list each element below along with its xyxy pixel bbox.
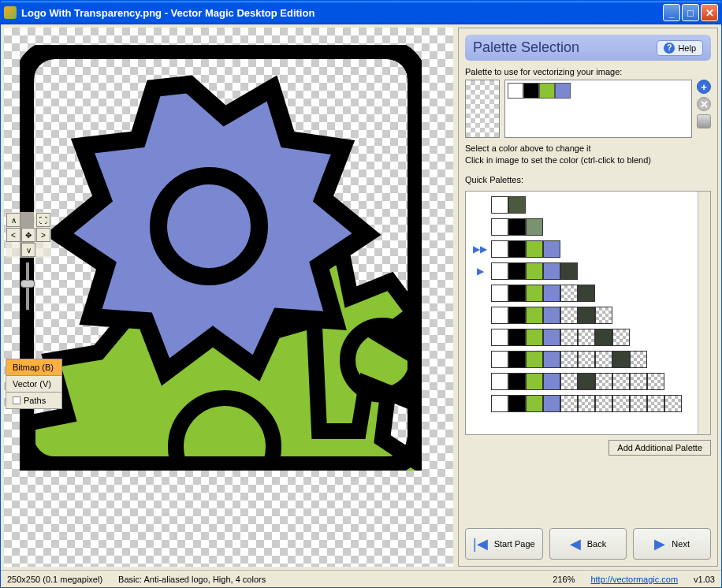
quick-swatch[interactable] bbox=[560, 285, 578, 302]
quick-palette-row[interactable] bbox=[469, 395, 707, 412]
nav-up[interactable]: ∧ bbox=[6, 213, 20, 227]
quick-swatch[interactable] bbox=[578, 395, 595, 412]
quick-palettes-list[interactable]: ▶▶▶ bbox=[465, 191, 711, 435]
nav-left[interactable]: < bbox=[6, 228, 20, 242]
quick-swatch[interactable] bbox=[526, 307, 543, 324]
titlebar[interactable]: Logo With Transparency.png - Vector Magi… bbox=[1, 1, 721, 24]
start-page-button[interactable]: |◀Start Page bbox=[465, 528, 543, 560]
current-palette[interactable] bbox=[504, 80, 692, 138]
remove-color-button[interactable]: ✕ bbox=[697, 97, 711, 111]
effects-button[interactable] bbox=[697, 114, 711, 128]
quick-swatch[interactable] bbox=[526, 329, 543, 346]
maximize-button[interactable]: □ bbox=[682, 4, 699, 21]
tab-bitmap[interactable]: Bitmap (B) bbox=[6, 359, 62, 376]
quick-swatch[interactable] bbox=[508, 395, 526, 412]
palette-swatch[interactable] bbox=[555, 83, 571, 99]
quick-swatch[interactable] bbox=[578, 307, 595, 324]
quick-swatch[interactable] bbox=[491, 285, 508, 302]
quick-swatch[interactable] bbox=[526, 240, 543, 258]
quick-swatch[interactable] bbox=[491, 395, 508, 412]
quick-swatch[interactable] bbox=[543, 373, 560, 390]
zoom-slider-thumb[interactable] bbox=[20, 280, 35, 288]
quick-palette-row[interactable] bbox=[469, 196, 707, 214]
quick-swatch[interactable] bbox=[612, 395, 630, 412]
quick-swatch[interactable] bbox=[543, 240, 560, 258]
quick-palette-row[interactable]: ▶ bbox=[469, 262, 707, 280]
tab-paths[interactable]: Paths bbox=[6, 392, 62, 409]
quick-swatch[interactable] bbox=[526, 351, 543, 368]
quick-swatch[interactable] bbox=[491, 351, 508, 368]
quick-swatch[interactable] bbox=[526, 373, 543, 390]
quick-swatch[interactable] bbox=[664, 395, 682, 412]
quick-swatch[interactable] bbox=[560, 329, 578, 346]
paths-checkbox[interactable] bbox=[13, 396, 20, 404]
quick-swatch[interactable] bbox=[491, 196, 508, 214]
quick-swatch[interactable] bbox=[612, 329, 630, 346]
image-preview[interactable] bbox=[20, 45, 422, 471]
minimize-button[interactable]: _ bbox=[663, 4, 680, 21]
quick-swatch[interactable] bbox=[560, 262, 578, 280]
quick-swatch[interactable] bbox=[630, 351, 647, 368]
quick-swatch[interactable] bbox=[508, 262, 526, 280]
status-url[interactable]: http://vectormagic.com bbox=[590, 575, 678, 584]
quick-swatch[interactable] bbox=[508, 196, 526, 214]
quick-swatch[interactable] bbox=[491, 240, 508, 258]
quick-palette-row[interactable] bbox=[469, 307, 707, 324]
quick-swatch[interactable] bbox=[543, 351, 560, 368]
palette-swatch[interactable] bbox=[539, 83, 555, 99]
quick-swatch[interactable] bbox=[543, 395, 560, 412]
quick-swatch[interactable] bbox=[543, 285, 560, 302]
add-palette-button[interactable]: Add Additional Palette bbox=[608, 440, 711, 456]
quick-swatch[interactable] bbox=[508, 307, 526, 324]
quick-swatch[interactable] bbox=[612, 351, 630, 368]
quick-swatch[interactable] bbox=[595, 373, 612, 390]
transparency-preview[interactable] bbox=[465, 80, 500, 138]
add-color-button[interactable]: + bbox=[697, 80, 711, 94]
quick-swatch[interactable] bbox=[630, 395, 647, 412]
quick-swatch[interactable] bbox=[491, 218, 508, 236]
quick-swatch[interactable] bbox=[508, 351, 526, 368]
quick-swatch[interactable] bbox=[491, 307, 508, 324]
nav-move[interactable]: ✥ bbox=[21, 228, 35, 242]
quick-swatch[interactable] bbox=[543, 307, 560, 324]
quick-palette-row[interactable] bbox=[469, 329, 707, 346]
nav-fit[interactable]: ⛶ bbox=[36, 213, 50, 227]
quick-palette-row[interactable] bbox=[469, 218, 707, 236]
tab-vector[interactable]: Vector (V) bbox=[6, 375, 62, 393]
quick-swatch[interactable] bbox=[560, 307, 578, 324]
quick-palette-row[interactable] bbox=[469, 351, 707, 368]
nav-right[interactable]: > bbox=[36, 228, 50, 242]
quick-swatch[interactable] bbox=[508, 285, 526, 302]
quick-palette-row[interactable]: ▶▶ bbox=[469, 240, 707, 258]
back-button[interactable]: ◀Back bbox=[549, 528, 627, 560]
quick-swatch[interactable] bbox=[578, 351, 595, 368]
help-button[interactable]: ? Help bbox=[657, 40, 703, 56]
quick-palette-row[interactable] bbox=[469, 285, 707, 302]
quick-swatch[interactable] bbox=[526, 262, 543, 280]
quick-swatch[interactable] bbox=[526, 285, 543, 302]
quick-swatch[interactable] bbox=[595, 351, 612, 368]
quick-swatch[interactable] bbox=[630, 373, 647, 390]
quick-swatch[interactable] bbox=[508, 218, 526, 236]
quick-swatch[interactable] bbox=[560, 373, 578, 390]
quick-swatch[interactable] bbox=[508, 329, 526, 346]
quick-swatch[interactable] bbox=[543, 329, 560, 346]
quick-swatch[interactable] bbox=[578, 285, 595, 302]
quick-swatch[interactable] bbox=[595, 395, 612, 412]
close-button[interactable]: ✕ bbox=[701, 4, 718, 21]
quick-swatch[interactable] bbox=[491, 262, 508, 280]
quick-swatch[interactable] bbox=[491, 329, 508, 346]
quick-swatch[interactable] bbox=[508, 240, 526, 258]
quick-palette-row[interactable] bbox=[469, 373, 707, 390]
quick-swatch[interactable] bbox=[526, 395, 543, 412]
quick-swatch[interactable] bbox=[578, 373, 595, 390]
quick-swatch[interactable] bbox=[560, 395, 578, 412]
quick-swatch[interactable] bbox=[491, 373, 508, 390]
next-button[interactable]: ▶Next bbox=[633, 528, 711, 560]
quick-swatch[interactable] bbox=[526, 218, 543, 236]
quick-swatch[interactable] bbox=[508, 373, 526, 390]
quick-swatch[interactable] bbox=[578, 329, 595, 346]
nav-down[interactable]: ∨ bbox=[21, 243, 35, 257]
quick-swatch[interactable] bbox=[612, 373, 630, 390]
palette-swatch[interactable] bbox=[508, 83, 523, 99]
